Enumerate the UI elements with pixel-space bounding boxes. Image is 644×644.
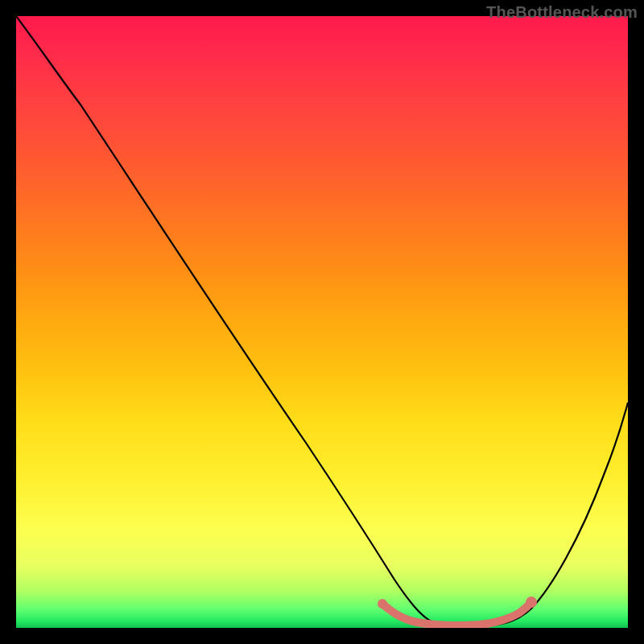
highlight-dot-2 bbox=[419, 619, 427, 627]
bottleneck-curve bbox=[16, 16, 628, 626]
curve-layer bbox=[16, 16, 628, 628]
highlight-dot-start bbox=[378, 599, 387, 609]
highlight-dot-4 bbox=[483, 620, 491, 628]
watermark-text: TheBottleneck.com bbox=[486, 3, 638, 22]
highlight-flat-region bbox=[382, 602, 531, 625]
highlight-dot-end bbox=[526, 597, 537, 608]
plot-area bbox=[16, 16, 628, 628]
chart-frame: TheBottleneck.com bbox=[0, 0, 644, 644]
